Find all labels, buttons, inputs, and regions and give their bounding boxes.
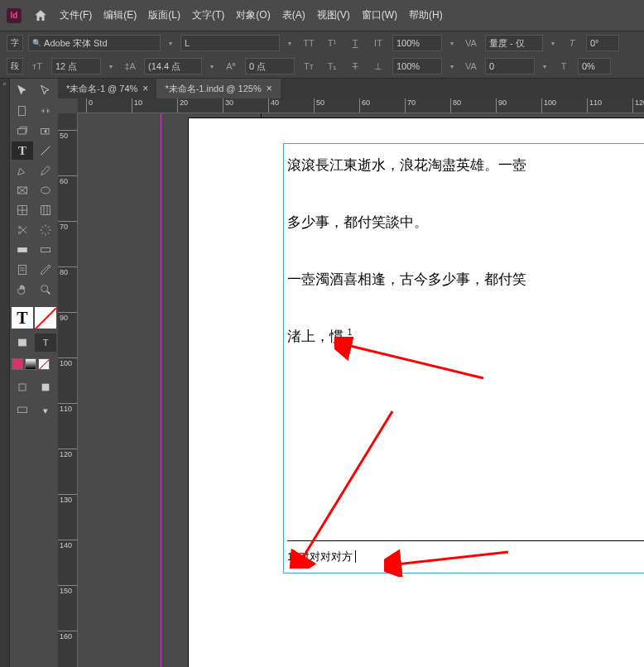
footnote-line[interactable]: 1 对对对对方: [287, 545, 644, 569]
svg-point-21: [41, 286, 48, 292]
note-tool[interactable]: [12, 261, 33, 279]
hscale-select[interactable]: 100%: [392, 58, 442, 74]
guide-margin[interactable]: [161, 113, 161, 667]
allcaps-icon[interactable]: TT: [300, 35, 318, 51]
menu-file[interactable]: 文件(F): [60, 8, 92, 22]
text-frame[interactable]: 滾滾長江東逝水，浪花淘盡英雄。一壺 多少事，都付笑談中。 一壺濁酒喜相逢，古今多…: [283, 143, 644, 573]
tracking-icon: VA: [462, 58, 480, 74]
svg-line-3: [41, 146, 50, 156]
superscript-icon[interactable]: T¹: [323, 35, 341, 51]
leading-icon: ‡A: [121, 58, 139, 74]
svg-rect-0: [18, 107, 25, 116]
svg-rect-11: [41, 206, 50, 215]
screen-mode-icon[interactable]: [12, 401, 33, 420]
tab-1[interactable]: *未命名-1.indd @ 125%×: [156, 79, 280, 98]
vscale-icon: IT: [369, 35, 387, 51]
horizontal-ruler[interactable]: 0 10 20 30 40 50 60 70 80 90 100 110 120: [78, 98, 644, 113]
direct-selection-tool[interactable]: [35, 82, 56, 100]
svg-point-15: [18, 232, 21, 234]
grid-tool[interactable]: [12, 201, 33, 219]
font-family-select[interactable]: 🔍 Adobe 宋体 Std: [28, 35, 161, 51]
svg-rect-24: [19, 384, 26, 391]
zoom-tool[interactable]: [35, 281, 56, 299]
fill-text-indicator[interactable]: T: [12, 307, 33, 329]
font-size-select[interactable]: 12 点: [51, 58, 101, 74]
toolbox: T T: [10, 79, 58, 667]
selection-tool[interactable]: [12, 82, 33, 100]
eyedropper-tool[interactable]: [35, 261, 56, 279]
content-placer-tool[interactable]: [35, 122, 56, 140]
kerning-select[interactable]: 量度 - 仅: [485, 35, 543, 51]
char-mode-button[interactable]: 字: [7, 35, 23, 51]
content-collector-tool[interactable]: [12, 122, 33, 140]
pen-tool[interactable]: [12, 161, 33, 180]
vscale2-select[interactable]: 0%: [578, 58, 611, 74]
fill-swatch[interactable]: [12, 358, 23, 370]
type-tool[interactable]: T: [12, 142, 33, 160]
para-mode-button[interactable]: 段: [7, 58, 23, 74]
grid2-tool[interactable]: [35, 201, 56, 219]
svg-point-14: [18, 226, 21, 228]
menu-edit[interactable]: 编辑(E): [103, 8, 137, 22]
home-icon[interactable]: [33, 8, 48, 23]
vscale-select[interactable]: 100%: [392, 35, 442, 51]
stroke-none-indicator[interactable]: [35, 307, 56, 329]
strike-icon[interactable]: T: [346, 58, 364, 74]
document-tabs: *未命名-1 @ 74%× *未命名-1.indd @ 125%×: [58, 79, 644, 98]
tab-0-close-icon[interactable]: ×: [142, 83, 148, 94]
menu-object[interactable]: 对象(O): [236, 8, 270, 22]
line-tool[interactable]: [35, 142, 56, 160]
view-mode-preview[interactable]: [35, 378, 56, 396]
leading-select[interactable]: (14.4 点: [144, 58, 202, 74]
subscript-icon[interactable]: T₁: [323, 58, 341, 74]
font-style-select[interactable]: L: [180, 35, 280, 51]
skew-select[interactable]: 0°: [586, 35, 619, 51]
panel-strip[interactable]: «: [0, 79, 10, 667]
pencil-tool[interactable]: [35, 161, 56, 180]
app-logo: Id: [7, 8, 22, 23]
control-panel: 字 🔍 Adobe 宋体 Std▾ L▾ TT T¹ T IT 100%▾ VA…: [0, 31, 644, 79]
screen-mode-dropdown[interactable]: ▾: [35, 401, 56, 420]
tracking-select[interactable]: 0: [485, 58, 535, 74]
menu-window[interactable]: 窗口(W): [362, 8, 397, 22]
gradient-swatch-tool[interactable]: [12, 241, 33, 259]
body-line-4: 渚上，慣 1: [287, 320, 644, 353]
baseline-select[interactable]: 0 点: [245, 58, 295, 74]
ellipse-tool[interactable]: [35, 181, 56, 199]
tab-0-label: *未命名-1 @ 74%: [66, 83, 137, 95]
scissors-tool[interactable]: [12, 221, 33, 239]
free-transform-tool[interactable]: [35, 221, 56, 239]
hscale-icon: ⊥: [369, 58, 387, 74]
hand-tool[interactable]: [12, 281, 33, 299]
formatting-text-icon[interactable]: T: [35, 334, 56, 352]
font-family-value: Adobe 宋体 Std: [44, 37, 107, 50]
baseline-icon: Aª: [222, 58, 240, 74]
menu-view[interactable]: 视图(V): [317, 8, 350, 22]
formatting-container-icon[interactable]: [12, 334, 33, 352]
lang-icon: T: [555, 58, 573, 74]
menu-table[interactable]: 表(A): [282, 8, 305, 22]
menu-help[interactable]: 帮助(H): [409, 8, 443, 22]
svg-rect-1: [18, 128, 26, 134]
smallcaps-icon[interactable]: Tт: [300, 58, 318, 74]
tab-1-label: *未命名-1.indd @ 125%: [165, 83, 261, 95]
gradient-swatch[interactable]: [25, 358, 36, 370]
underline-icon[interactable]: T: [346, 35, 364, 51]
tab-0[interactable]: *未命名-1 @ 74%×: [58, 79, 156, 98]
gradient-feather-tool[interactable]: [35, 241, 56, 259]
canvas[interactable]: 滾滾長江東逝水，浪花淘盡英雄。一壺 多少事，都付笑談中。 一壺濁酒喜相逢，古今多…: [78, 113, 644, 667]
gap-tool[interactable]: [35, 102, 56, 120]
view-mode-normal[interactable]: [12, 378, 33, 396]
menu-type[interactable]: 文字(T): [192, 8, 224, 22]
footnote-ref: 1: [348, 329, 353, 338]
vertical-ruler[interactable]: 50 60 70 80 90 100 110 120 130 140 150 1…: [58, 113, 78, 667]
menu-layout[interactable]: 版面(L): [148, 8, 180, 22]
none-swatch[interactable]: [38, 358, 50, 370]
page-tool[interactable]: [12, 102, 33, 120]
svg-rect-18: [18, 266, 26, 275]
svg-rect-23: [18, 339, 26, 346]
rectangle-frame-tool[interactable]: [12, 181, 33, 199]
footnote-separator: [287, 540, 644, 541]
tab-1-close-icon[interactable]: ×: [267, 83, 272, 94]
fontsize-icon: тT: [28, 58, 46, 74]
